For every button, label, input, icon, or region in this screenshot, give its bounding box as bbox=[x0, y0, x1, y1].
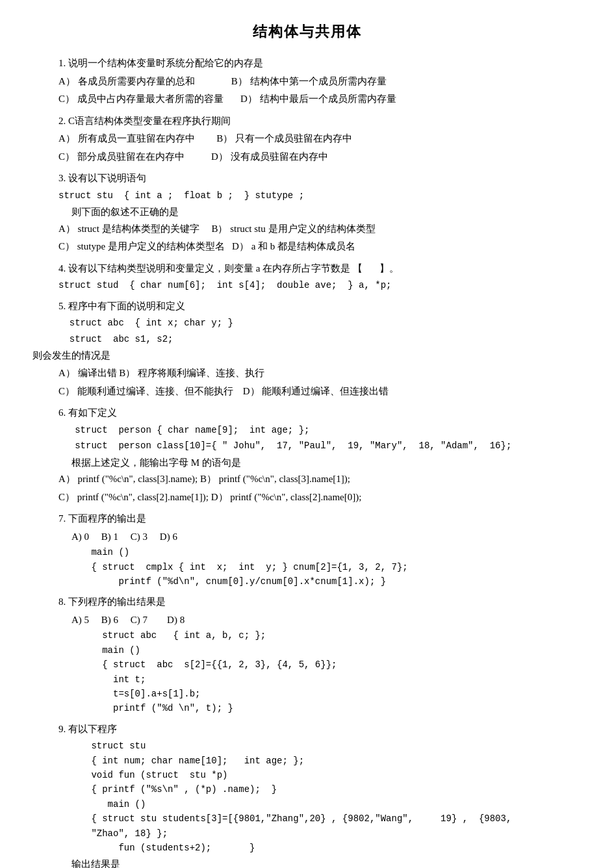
q7-opts: A) 0 B) 1 C) 3 D) 6 bbox=[71, 529, 582, 546]
q1-options-cd: C） 成员中占内存量最大者所需的容量 D） 结构中最后一个成员所需内存量 bbox=[58, 91, 582, 108]
q8-code: struct abc { int a, b, c; }; main () { s… bbox=[58, 628, 582, 715]
q5-code2: struct abc s1, s2; bbox=[58, 332, 582, 346]
question-1: 1. 说明一个结构体变量时系统分配给它的内存是 A） 各成员所需要内存量的总和 … bbox=[32, 55, 582, 108]
q9-sub: 输出结果是 bbox=[71, 856, 582, 868]
page-title: 结构体与共用体 bbox=[32, 19, 582, 44]
q1-options-ab: A） 各成员所需要内存量的总和 B） 结构体中第一个成员所需内存量 bbox=[58, 73, 582, 90]
q3-main: 3. 设有以下说明语句 bbox=[58, 170, 582, 187]
q6-sub: 根据上述定义，能输出字母 M 的语句是 bbox=[71, 455, 582, 472]
q4-code: struct stud { char num[6]; int s[4]; dou… bbox=[58, 278, 582, 292]
q9-main: 9. 有以下程序 bbox=[58, 721, 582, 738]
question-8: 8. 下列程序的输出结果是 A) 5 B) 6 C) 7 D) 8 struct… bbox=[32, 594, 582, 715]
q4-main: 4. 设有以下结构类型说明和变量定义，则变量 a 在内存所占字节数是 【 】。 bbox=[58, 261, 582, 277]
q6-code2: struct person class[10]={ " Johu", 17, "… bbox=[58, 439, 582, 453]
q2-main: 2. C语言结构体类型变量在程序执行期间 bbox=[58, 113, 582, 130]
q6-options-ab: A） printf ("%c\n", class[3].name); B） pr… bbox=[58, 471, 582, 488]
q2-options-ab: A） 所有成员一直驻留在内存中 B） 只有一个成员驻留在内存中 bbox=[58, 131, 582, 147]
q5-main: 5. 程序中有下面的说明和定义 bbox=[58, 298, 582, 315]
question-5: 5. 程序中有下面的说明和定义 struct abc { int x; char… bbox=[32, 298, 582, 400]
q6-code1: struct person { char name[9]; int age; }… bbox=[58, 423, 582, 437]
q8-main: 8. 下列程序的输出结果是 bbox=[58, 594, 582, 611]
question-6: 6. 有如下定义 struct person { char name[9]; i… bbox=[32, 405, 582, 505]
q3-options-cd: C） stutype 是用户定义的结构体类型名 D） a 和 b 都是结构体成员… bbox=[58, 238, 582, 255]
question-9: 9. 有以下程序 struct stu { int num; char name… bbox=[32, 721, 582, 868]
q7-code: main () { struct cmplx { int x; int y; }… bbox=[58, 545, 582, 589]
q6-main: 6. 有如下定义 bbox=[58, 405, 582, 422]
q5-options-ab: A） 编译出错 B） 程序将顺利编译、连接、执行 bbox=[58, 365, 582, 382]
q3-sub: 则下面的叙述不正确的是 bbox=[71, 204, 582, 221]
q5-code1: struct abc { int x; char y; } bbox=[58, 316, 582, 330]
q2-options-cd: C） 部分成员驻留在在内存中 D） 没有成员驻留在内存中 bbox=[58, 149, 582, 166]
q3-code: struct stu { int a ; float b ; } stutype… bbox=[58, 188, 582, 203]
question-7: 7. 下面程序的输出是 A) 0 B) 1 C) 3 D) 6 main () … bbox=[32, 511, 582, 589]
question-2: 2. C语言结构体类型变量在程序执行期间 A） 所有成员一直驻留在内存中 B） … bbox=[32, 113, 582, 166]
q5-sub: 则会发生的情况是 bbox=[32, 348, 582, 364]
questions-container: 1. 说明一个结构体变量时系统分配给它的内存是 A） 各成员所需要内存量的总和 … bbox=[32, 55, 582, 868]
q3-options-ab: A） struct 是结构体类型的关键字 B） struct stu 是用户定义… bbox=[58, 221, 582, 238]
question-3: 3. 设有以下说明语句 struct stu { int a ; float b… bbox=[32, 170, 582, 255]
q5-options-cd: C） 能顺利通过编译、连接、但不能执行 D） 能顺利通过编译、但连接出错 bbox=[58, 383, 582, 400]
q9-code: struct stu { int num; char name[10]; int… bbox=[58, 739, 582, 855]
q8-opts: A) 5 B) 6 C) 7 D) 8 bbox=[71, 612, 582, 629]
q1-main: 1. 说明一个结构体变量时系统分配给它的内存是 bbox=[58, 55, 582, 72]
q7-main: 7. 下面程序的输出是 bbox=[58, 511, 582, 528]
question-4: 4. 设有以下结构类型说明和变量定义，则变量 a 在内存所占字节数是 【 】。 … bbox=[32, 261, 582, 293]
q6-options-cd: C） printf ("%c\n", class[2].name[1]); D）… bbox=[58, 489, 582, 506]
